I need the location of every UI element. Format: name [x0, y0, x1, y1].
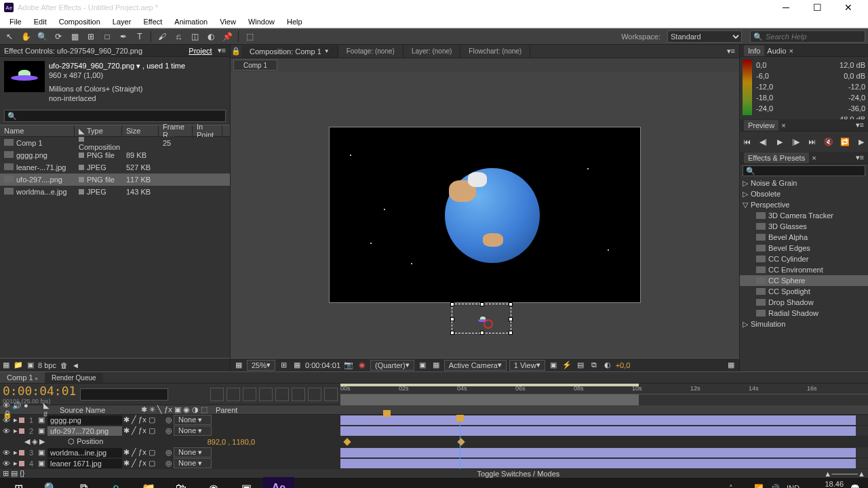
pixel-aspect-icon[interactable]: ▣	[548, 360, 559, 371]
loop-icon[interactable]: 🔁	[839, 136, 851, 148]
playhead-line[interactable]	[460, 415, 460, 469]
roi-icon[interactable]: ▣	[417, 360, 428, 371]
close-icon[interactable]: ×	[781, 121, 785, 129]
effect-category[interactable]: ▷Obsolete	[740, 188, 868, 199]
shape-tool-icon[interactable]: □	[100, 30, 114, 43]
project-list[interactable]: Comp 1Composition25gggg.pngPNG file89 KB…	[0, 137, 230, 358]
effect-item[interactable]: 3D Camera Tracker	[740, 210, 868, 221]
transparency-icon[interactable]: ▦	[431, 360, 441, 371]
project-search-input[interactable]: 🔍	[4, 110, 226, 122]
effect-item[interactable]: Drop Shadow	[740, 297, 868, 308]
scroll-left-icon[interactable]: ◄	[72, 361, 79, 369]
explorer-icon[interactable]: 📁	[133, 477, 164, 488]
pen-tool-icon[interactable]: ✒	[117, 30, 130, 43]
effect-item[interactable]: Radial Shadow	[740, 308, 868, 319]
composition-viewer[interactable]	[231, 72, 739, 358]
footage-tab[interactable]: Footage: (none)	[338, 45, 403, 58]
search-help-input[interactable]	[766, 33, 862, 41]
resolution-dropdown[interactable]: (Quarter) ▾	[370, 360, 414, 371]
view-dropdown[interactable]: 1 View ▾	[509, 360, 545, 371]
bpc-label[interactable]: 8 bpc	[38, 361, 56, 369]
effect-item[interactable]: Bevel Alpha	[740, 232, 868, 243]
info-tab[interactable]: Info	[744, 45, 764, 56]
timeline-timecode[interactable]: 0:00:04:01	[3, 384, 76, 398]
timeline-search-input[interactable]	[80, 388, 168, 401]
effect-item[interactable]: CC Spotlight	[740, 286, 868, 297]
draft-3d-icon[interactable]	[226, 388, 240, 401]
effect-controls-tab[interactable]: Effect Controls: ufo-297549_960_720.png	[4, 47, 142, 55]
next-frame-icon[interactable]: |▶	[790, 136, 802, 148]
timeline-ruler[interactable]: 00s02s04s06s08s10s12s14s16s	[340, 384, 868, 394]
input-method[interactable]: IND	[787, 484, 800, 488]
store-icon[interactable]: 🛍	[165, 477, 197, 488]
comp-tab[interactable]: Composition: Comp 1▼	[241, 45, 338, 58]
auto-keyframe-icon[interactable]	[324, 388, 338, 401]
last-frame-icon[interactable]: ⏭	[806, 136, 818, 148]
pan-behind-tool-icon[interactable]: ⊞	[84, 30, 98, 43]
panel-menu-icon[interactable]: ▾≡	[856, 121, 864, 129]
exposure-value[interactable]: +0,0	[616, 361, 631, 369]
menu-edit[interactable]: Edit	[28, 16, 52, 27]
motion-blur-icon[interactable]	[275, 388, 289, 401]
menu-layer[interactable]: Layer	[107, 16, 137, 27]
chrome-icon[interactable]: ◉	[198, 477, 229, 488]
menu-effect[interactable]: Effect	[138, 16, 167, 27]
viewer-timecode[interactable]: 0:00:04:01	[305, 361, 340, 369]
timeline-icon[interactable]: ▤	[575, 360, 586, 371]
channel-icon[interactable]: ◉	[357, 360, 368, 371]
trash-icon[interactable]: 🗑	[60, 361, 68, 369]
selection-tool-icon[interactable]: ↖	[3, 30, 16, 43]
menu-view[interactable]: View	[214, 16, 241, 27]
effect-category[interactable]: ▷Simulation	[740, 319, 868, 329]
effect-item[interactable]: 3D Glasses	[740, 221, 868, 232]
brush-tool-icon[interactable]: 🖌	[155, 30, 169, 43]
comp-mini-icon[interactable]	[210, 388, 224, 401]
fast-preview-icon[interactable]: ⚡	[561, 360, 572, 371]
effect-item[interactable]: CC Environment	[740, 264, 868, 275]
project-item[interactable]: worldma...e.jpgJPEG143 KB	[0, 186, 230, 198]
timeline-layer[interactable]: 👁▸3▣worldma...ine.jpg✱ ╱ ƒx ▢◎None ▾	[0, 447, 868, 458]
timeline-layer[interactable]: 👁▸1▣gggg.png✱ ╱ ƒx ▢◎None ▾	[0, 415, 868, 426]
new-folder-icon[interactable]: 📁	[14, 361, 23, 369]
timeline-layer[interactable]: 👁▸2▣ufo-297...720.png✱ ╱ ƒx ▢◎None ▾	[0, 426, 868, 436]
play-icon[interactable]: ▶	[774, 136, 786, 148]
audio-tab[interactable]: Audio	[767, 47, 786, 55]
effect-item[interactable]: CC Sphere	[740, 275, 868, 286]
exposure-reset-icon[interactable]: ◐	[602, 360, 613, 371]
work-area[interactable]	[340, 394, 868, 405]
menu-help[interactable]: Help	[281, 16, 308, 27]
panel-menu-icon[interactable]: ▾≡	[723, 47, 739, 56]
interpret-footage-icon[interactable]: ▦	[3, 361, 9, 369]
start-button[interactable]: ⊞	[3, 477, 34, 488]
menu-composition[interactable]: Composition	[54, 16, 106, 27]
resolution-icon[interactable]: ⊞	[278, 360, 289, 371]
menu-window[interactable]: Window	[243, 16, 280, 27]
graph-editor-icon[interactable]	[308, 388, 321, 401]
project-item[interactable]: gggg.pngPNG file89 KB	[0, 149, 230, 161]
effects-tab[interactable]: Effects & Presets	[744, 152, 809, 163]
timeline-property[interactable]: ◀ ◈ ▶⬡ Position892,0 , 1180,0	[0, 436, 868, 447]
close-icon[interactable]: ✕	[833, 0, 864, 15]
close-icon[interactable]: ×	[789, 47, 793, 55]
comp-subtab[interactable]: Comp 1	[233, 60, 277, 70]
timeline-comp-tab[interactable]: Comp 1 ×	[0, 372, 45, 383]
mute-icon[interactable]: 🔇	[823, 136, 835, 148]
toggle-switches[interactable]: Toggle Switches / Modes	[477, 470, 560, 478]
zoom-dropdown[interactable]: 25% ▾	[247, 360, 275, 371]
brainstorm-icon[interactable]	[292, 388, 305, 401]
clone-tool-icon[interactable]: ⎌	[172, 30, 185, 43]
workspace-select[interactable]: Standard	[667, 30, 742, 43]
puppet-tool-icon[interactable]: 📌	[220, 30, 234, 43]
tray-chevron-icon[interactable]: ˄	[729, 484, 733, 489]
network-icon[interactable]: 📶	[754, 484, 764, 489]
preview-tab[interactable]: Preview	[744, 120, 778, 131]
camera-tool-icon[interactable]: ▦	[68, 30, 81, 43]
text-tool-icon[interactable]: T	[133, 30, 146, 43]
snap-icon[interactable]: ⬚	[243, 30, 256, 43]
first-frame-icon[interactable]: ⏮	[741, 136, 753, 148]
always-preview-icon[interactable]: ▦	[233, 360, 244, 371]
snapshot-icon[interactable]: 📷	[343, 360, 354, 371]
clock[interactable]: 18.4619/03/2017	[806, 480, 844, 488]
task-view-icon[interactable]: ⧉	[68, 477, 99, 488]
zoom-slider[interactable]: ▲─────▲	[824, 470, 865, 478]
